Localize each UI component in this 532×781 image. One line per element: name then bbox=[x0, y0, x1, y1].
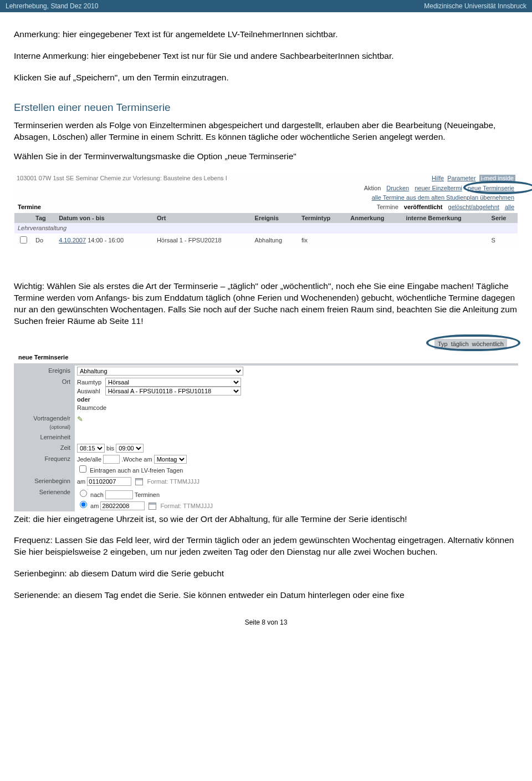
cell-serie: S bbox=[488, 234, 518, 247]
th-ort: Ort bbox=[154, 213, 252, 224]
label-lv-frei: Eintragen auch an LV-freien Tagen bbox=[90, 467, 183, 474]
link-alle-termine-uebernehmen[interactable]: alle Termine aus dem alten Studienplan ü… bbox=[372, 194, 514, 202]
cell-datum[interactable]: 4.10.2007 bbox=[59, 237, 86, 244]
paragraph-interne-anmerkung: Interne Anmerkung: hier eingebebener Tex… bbox=[14, 50, 518, 62]
label-jede: Jede/alle bbox=[77, 456, 101, 463]
tab-geloescht[interactable]: gelöscht/abgelehnt bbox=[448, 203, 499, 211]
label-typ: Typ bbox=[438, 340, 448, 348]
select-zeit-bis[interactable]: 09:00 bbox=[116, 444, 144, 453]
form-table: Ereignis Abhaltung Ort Raumtyp Hörsaal A… bbox=[14, 366, 380, 511]
paragraph-anmerkung: Anmerkung: hier eingegebener Text ist fü… bbox=[14, 29, 518, 40]
label-vortragende: Vortragende/r(optional) bbox=[14, 413, 75, 432]
label-zeit: Zeit bbox=[14, 443, 75, 454]
label-format-2: Format: TTMMJJJJ bbox=[161, 503, 213, 509]
tab-alle[interactable]: alle bbox=[505, 203, 514, 211]
label-bis: bis bbox=[106, 445, 114, 452]
th-intern: interne Bemerkung bbox=[403, 213, 488, 224]
label-woche-am: .Woche am bbox=[121, 456, 152, 463]
link-parameter[interactable]: Parameter bbox=[447, 175, 475, 181]
label-nach: nach bbox=[90, 491, 104, 498]
label-oder: oder bbox=[77, 396, 90, 403]
section-instruction: Wählen Sie in der Terminverwaltungsmaske… bbox=[14, 151, 518, 163]
screenshot-termine: 103001 07W 1sst SE Seminar Chemie zur Vo… bbox=[14, 173, 518, 247]
label-auswahl: Auswahl bbox=[77, 388, 100, 394]
paragraph-wichtig: Wichtig: Wählen Sie als erstes die Art d… bbox=[14, 281, 518, 327]
input-frequenz[interactable] bbox=[103, 455, 120, 464]
th-termintyp: Termintyp bbox=[298, 213, 347, 224]
link-hilfe[interactable]: Hilfe bbox=[432, 175, 444, 181]
label-aktion: Aktion bbox=[364, 184, 381, 192]
page-header: Lehrerhebung, Stand Dez 2010 Medizinisch… bbox=[0, 0, 532, 12]
paragraph-frequenz: Frequenz: Lassen Sie das Feld leer, wird… bbox=[14, 535, 518, 558]
cell-termintyp: fix bbox=[298, 234, 347, 247]
form-title: neue Terminserie bbox=[14, 351, 518, 364]
input-anzahl-termine[interactable] bbox=[105, 490, 133, 499]
radio-nach[interactable] bbox=[80, 490, 87, 497]
th-serie: Serie bbox=[488, 213, 518, 224]
label-lerneinheit: Lerneinheit bbox=[14, 432, 75, 443]
link-imed[interactable]: i-med inside bbox=[479, 175, 515, 181]
edit-icon[interactable]: ✎ bbox=[77, 415, 83, 423]
input-serienbeginn[interactable] bbox=[87, 477, 131, 486]
section-desc: Terminserien werden als Folge von Einzel… bbox=[14, 120, 518, 143]
paragraph-serienbeginn: Serienbeginn: ab diesem Datum wird die S… bbox=[14, 568, 518, 580]
label-frequenz: Frequenz bbox=[14, 454, 75, 476]
radio-am[interactable] bbox=[80, 501, 87, 508]
label-am-1: am bbox=[77, 478, 85, 485]
label-ort: Ort bbox=[14, 377, 75, 413]
select-auswahl[interactable]: Hörsaal A - FPSU10118 - FPSU10118 bbox=[105, 387, 241, 395]
cell-tag: Do bbox=[32, 234, 55, 247]
screenshot-neue-terminserie: Typ täglich wöchentlich neue Terminserie… bbox=[14, 337, 518, 511]
link-drucken[interactable]: Drucken bbox=[386, 184, 409, 192]
select-raumtyp[interactable]: Hörsaal bbox=[105, 378, 241, 387]
header-left: Lehrerhebung, Stand Dez 2010 bbox=[6, 2, 98, 10]
paragraph-zeit: Zeit: die hier eingetragene Uhrzeit ist,… bbox=[14, 514, 518, 525]
row-checkbox[interactable] bbox=[20, 236, 27, 244]
header-right: Medizinische Universität Innsbruck bbox=[424, 2, 526, 10]
label-woechentlich: wöchentlich bbox=[472, 340, 504, 348]
th-tag: Tag bbox=[32, 213, 55, 224]
paragraph-speichern: Klicken Sie auf „Speichern", um den Term… bbox=[14, 72, 518, 84]
select-wochentag[interactable]: Montag bbox=[154, 455, 187, 464]
table-row: Do 4.10.2007 14:00 - 16:00 Hörsaal 1 - F… bbox=[14, 234, 518, 247]
row-group-lv: Lehrveranstaltung bbox=[14, 223, 518, 234]
label-ereignis: Ereignis bbox=[14, 366, 75, 377]
page-footer: Seite 8 von 13 bbox=[14, 618, 518, 632]
section-heading: Erstellen einer neuen Terminserie bbox=[14, 100, 518, 115]
link-neue-terminserie[interactable]: neue Terminserie bbox=[468, 185, 514, 191]
paragraph-serienende: Serienende: an diesem Tag endet die Seri… bbox=[14, 590, 518, 601]
termine-title: Termine bbox=[18, 203, 41, 211]
tab-veroeffentlicht[interactable]: veröffentlicht bbox=[404, 203, 443, 211]
course-title: 103001 07W 1sst SE Seminar Chemie zur Vo… bbox=[17, 174, 227, 182]
calendar-icon[interactable] bbox=[135, 478, 143, 485]
label-format-1: Format: TTMMJJJJ bbox=[147, 478, 200, 485]
label-raumcode: Raumcode bbox=[77, 404, 106, 411]
calendar-icon[interactable] bbox=[149, 503, 156, 510]
label-raumtyp: Raumtyp bbox=[77, 379, 101, 386]
link-neuer-einzeltermin[interactable]: neuer Einzeltermi bbox=[415, 184, 462, 192]
cell-ort: Hörsaal 1 - FPSU20218 bbox=[154, 234, 252, 247]
th-anmerkung: Anmerkung bbox=[347, 213, 402, 224]
label-terminen: Terminen bbox=[135, 491, 160, 498]
th-ereignis: Ereignis bbox=[252, 213, 298, 224]
cell-zeit: 14:00 - 16:00 bbox=[88, 237, 124, 244]
input-serienende[interactable] bbox=[100, 501, 145, 510]
select-ereignis[interactable]: Abhaltung bbox=[77, 367, 243, 376]
link-taeglich[interactable]: täglich bbox=[451, 340, 469, 348]
th-datum: Datum von - bis bbox=[55, 213, 154, 224]
label-serienbeginn: Serienbeginn bbox=[14, 476, 75, 487]
checkbox-lv-frei[interactable] bbox=[79, 465, 86, 473]
label-serienende: Serienende bbox=[14, 487, 75, 511]
termine-table: Tag Datum von - bis Ort Ereignis Termint… bbox=[14, 213, 518, 247]
cell-ereignis: Abhaltung bbox=[252, 234, 298, 247]
label-am-2: am bbox=[90, 503, 99, 509]
select-zeit-von[interactable]: 08:15 bbox=[77, 444, 105, 453]
label-termine: Termine bbox=[377, 203, 398, 211]
